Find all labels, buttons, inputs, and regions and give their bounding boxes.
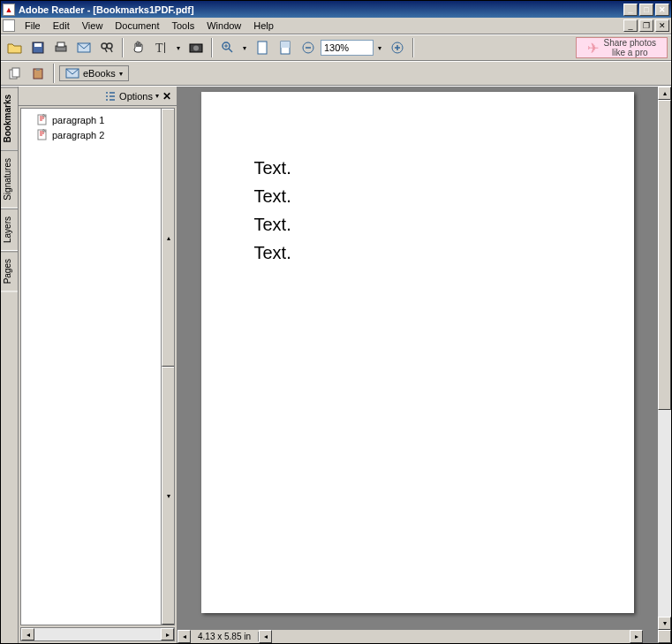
email-button[interactable]	[73, 37, 94, 58]
minimize-button[interactable]: _	[623, 4, 638, 16]
pdf-page: Text. Text. Text. Text.	[201, 92, 634, 613]
promo-banner[interactable]: ✈ Share photoslike a pro	[576, 37, 668, 58]
ebooks-button[interactable]: eBooks ▾	[59, 65, 129, 81]
titlebar: ▲ Adobe Reader - [Bookmarks1PDF.pdf] _ □…	[1, 1, 671, 18]
tab-pages[interactable]: Pages	[1, 251, 18, 292]
document-vscroll[interactable]: ▴ ▾	[657, 87, 671, 643]
chevron-down-icon: ▾	[155, 92, 159, 100]
options-button[interactable]: Options ▾	[119, 91, 159, 102]
menu-file[interactable]: File	[19, 19, 47, 33]
scroll-left-button[interactable]: ◂	[177, 630, 191, 643]
zoom-out-button[interactable]	[298, 37, 319, 58]
scroll-track[interactable]	[34, 628, 161, 640]
clipboard-button[interactable]	[27, 63, 49, 84]
snapshot-button[interactable]	[185, 37, 207, 58]
text-select-button[interactable]: T	[151, 37, 172, 58]
svg-point-5	[102, 43, 107, 49]
open-button[interactable]	[4, 37, 26, 58]
zoom-in-button[interactable]	[217, 37, 238, 58]
workspace: Bookmarks Signatures Layers Pages Option…	[1, 86, 671, 643]
document-icon	[3, 19, 15, 32]
bookmarks-header: Options ▾ ✕	[19, 87, 177, 106]
page-size-label: 4.13 x 5.85 in	[191, 632, 259, 641]
scroll-left-button2[interactable]: ◂	[259, 630, 272, 643]
hand-tool-button[interactable]	[128, 37, 149, 58]
bookmark-label: paragraph 2	[52, 130, 104, 140]
select-dropdown[interactable]: ▾	[173, 40, 184, 56]
page-text-line: Text.	[254, 210, 581, 239]
tab-layers[interactable]: Layers	[1, 208, 18, 251]
scroll-right-button[interactable]: ▸	[630, 630, 643, 643]
svg-rect-1	[34, 43, 42, 47]
scroll-up-button[interactable]: ▴	[162, 109, 175, 367]
bookmark-item[interactable]: paragraph 2	[25, 127, 170, 142]
scroll-down-button[interactable]: ▾	[162, 367, 175, 625]
promo-icon: ✈	[587, 40, 599, 57]
menu-document[interactable]: Document	[109, 19, 165, 33]
zoom-value-dropdown[interactable]: ▾	[374, 40, 385, 56]
ebooks-icon	[65, 68, 79, 79]
document-area: Text. Text. Text. Text. ◂ 4.13 x 5.85 in…	[177, 87, 671, 643]
mdi-controls: _ ❐ ✕	[623, 19, 671, 32]
menu-window[interactable]: Window	[200, 19, 247, 33]
menu-tools[interactable]: Tools	[166, 19, 201, 33]
svg-rect-8	[164, 42, 165, 53]
fit-width-button[interactable]	[275, 37, 296, 58]
close-button[interactable]: ✕	[655, 4, 669, 16]
side-tabs: Bookmarks Signatures Layers Pages	[1, 87, 19, 643]
zoom-plus-button[interactable]	[387, 37, 408, 58]
mdi-restore-button[interactable]: ❐	[639, 19, 653, 32]
scroll-down-button[interactable]: ▾	[658, 617, 671, 630]
bookmarks-list: paragraph 1 paragraph 2 ▴ ▾	[20, 108, 175, 625]
scroll-left-button[interactable]: ◂	[21, 628, 34, 640]
close-panel-button[interactable]: ✕	[162, 90, 171, 102]
page-text-line: Text.	[254, 239, 581, 267]
print-button[interactable]	[50, 37, 72, 58]
separator	[53, 64, 55, 83]
document-viewport[interactable]: Text. Text. Text. Text. ◂ 4.13 x 5.85 in…	[177, 87, 657, 643]
secondary-toolbar: eBooks ▾	[1, 61, 671, 86]
tab-signatures[interactable]: Signatures	[1, 150, 18, 208]
maximize-button[interactable]: □	[639, 4, 653, 16]
svg-rect-3	[57, 42, 64, 47]
chevron-down-icon: ▾	[119, 70, 123, 78]
menu-help[interactable]: Help	[247, 19, 280, 33]
copy-button[interactable]	[4, 63, 26, 84]
mdi-close-button[interactable]: ✕	[655, 19, 669, 32]
page-text-line: Text.	[254, 182, 581, 210]
scroll-thumb[interactable]	[658, 100, 671, 410]
svg-rect-17	[12, 68, 19, 77]
tab-bookmarks[interactable]: Bookmarks	[1, 87, 18, 150]
scroll-track[interactable]	[658, 100, 671, 617]
bookmarks-panel: Options ▾ ✕ paragraph 1 paragraph 2 ▴ ▾ …	[19, 87, 177, 643]
svg-rect-12	[258, 42, 267, 54]
zoom-dropdown[interactable]: ▾	[239, 40, 250, 56]
window-controls: _ □ ✕	[623, 4, 669, 16]
bookmarks-hscroll[interactable]: ◂ ▸	[20, 627, 175, 641]
svg-point-6	[107, 43, 112, 49]
save-button[interactable]	[27, 37, 49, 58]
svg-text:T: T	[155, 42, 163, 55]
zoom-input[interactable]	[321, 40, 374, 56]
main-toolbar: T ▾ ▾ ▾ ✈ Share photoslike a pro	[1, 34, 671, 61]
document-hscroll[interactable]: ◂ 4.13 x 5.85 in ◂ ▸	[177, 629, 643, 643]
bookmarks-vscroll[interactable]: ▴ ▾	[161, 109, 174, 625]
scroll-up-button[interactable]: ▴	[658, 87, 671, 100]
menu-edit[interactable]: Edit	[47, 19, 76, 33]
separator	[122, 38, 124, 57]
search-button[interactable]	[96, 37, 117, 58]
adobe-reader-icon: ▲	[3, 4, 15, 16]
promo-text: Share photoslike a pro	[604, 38, 657, 57]
scroll-corner	[658, 630, 671, 643]
svg-point-10	[193, 46, 199, 51]
bookmark-item[interactable]: paragraph 1	[25, 112, 170, 127]
ebooks-label: eBooks	[83, 68, 116, 79]
scroll-right-button[interactable]: ▸	[161, 628, 174, 640]
pdf-bookmark-icon	[37, 114, 49, 125]
pdf-bookmark-icon	[37, 129, 49, 140]
mdi-minimize-button[interactable]: _	[623, 19, 638, 32]
menu-view[interactable]: View	[76, 19, 109, 33]
window-title: Adobe Reader - [Bookmarks1PDF.pdf]	[19, 4, 623, 15]
bookmark-label: paragraph 1	[52, 115, 104, 125]
fit-page-button[interactable]	[252, 37, 273, 58]
